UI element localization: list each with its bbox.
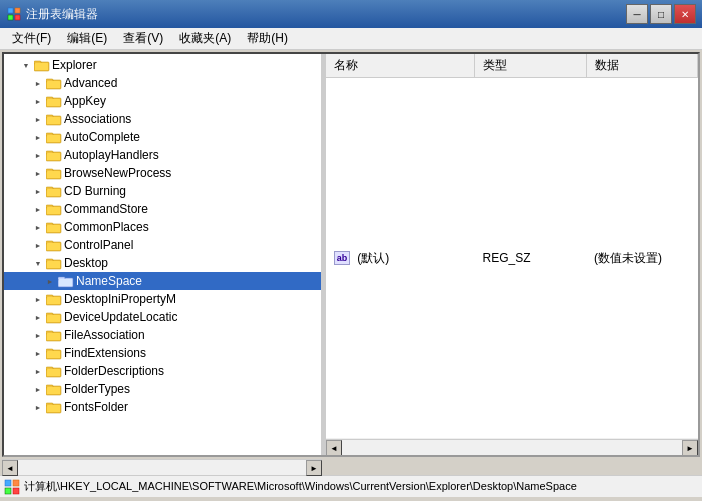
tree-label-autocomplete: AutoComplete bbox=[64, 130, 140, 144]
tree-item-explorer[interactable]: Explorer bbox=[4, 56, 321, 74]
tree-hscroll[interactable]: ◄ ► bbox=[2, 459, 322, 475]
tree-item-folderdescriptions[interactable]: FolderDescriptions bbox=[4, 362, 321, 380]
folder-icon-associations bbox=[46, 112, 62, 126]
tree-hscroll-right[interactable]: ► bbox=[306, 460, 322, 476]
tree-pane[interactable]: Explorer Advanced bbox=[4, 54, 322, 455]
svg-rect-64 bbox=[5, 480, 11, 486]
svg-rect-60 bbox=[47, 387, 60, 394]
tree-item-autocomplete[interactable]: AutoComplete bbox=[4, 128, 321, 146]
expand-autoplayhandlers[interactable] bbox=[32, 149, 44, 161]
tree-label-findextensions: FindExtensions bbox=[64, 346, 146, 360]
expand-cdburning[interactable] bbox=[32, 185, 44, 197]
svg-rect-39 bbox=[47, 261, 60, 268]
folder-icon-desktopinipropertym bbox=[46, 292, 62, 306]
menu-favorites[interactable]: 收藏夹(A) bbox=[171, 28, 239, 49]
expand-browsenewprocess[interactable] bbox=[32, 167, 44, 179]
menu-file[interactable]: 文件(F) bbox=[4, 28, 59, 49]
tree-label-foldertypes: FolderTypes bbox=[64, 382, 130, 396]
svg-rect-9 bbox=[47, 81, 60, 88]
tree-label-explorer: Explorer bbox=[52, 58, 97, 72]
tree-item-appkey[interactable]: AppKey bbox=[4, 92, 321, 110]
expand-fontsfolder[interactable] bbox=[32, 401, 44, 413]
expand-explorer[interactable] bbox=[20, 59, 32, 71]
svg-rect-0 bbox=[8, 8, 13, 13]
minimize-button[interactable]: ─ bbox=[626, 4, 648, 24]
expand-foldertypes[interactable] bbox=[32, 383, 44, 395]
tree-label-fileassociation: FileAssociation bbox=[64, 328, 145, 342]
tree-item-desktop[interactable]: Desktop bbox=[4, 254, 321, 272]
folder-icon-foldertypes bbox=[46, 382, 62, 396]
folder-icon-appkey bbox=[46, 94, 62, 108]
expand-appkey[interactable] bbox=[32, 95, 44, 107]
table-row[interactable]: ab (默认) REG_SZ (数值未设置) bbox=[326, 78, 698, 439]
svg-rect-66 bbox=[5, 488, 11, 494]
tree-label-folderdescriptions: FolderDescriptions bbox=[64, 364, 164, 378]
expand-commonplaces[interactable] bbox=[32, 221, 44, 233]
svg-rect-1 bbox=[15, 8, 20, 13]
tree-label-desktop: Desktop bbox=[64, 256, 108, 270]
tree-label-commandstore: CommandStore bbox=[64, 202, 148, 216]
expand-associations[interactable] bbox=[32, 113, 44, 125]
expand-namespace[interactable] bbox=[44, 275, 56, 287]
cell-name-value: (默认) bbox=[357, 251, 389, 265]
maximize-button[interactable]: □ bbox=[650, 4, 672, 24]
tree-item-commonplaces[interactable]: CommonPlaces bbox=[4, 218, 321, 236]
menu-view[interactable]: 查看(V) bbox=[115, 28, 171, 49]
hscroll-right-btn[interactable]: ► bbox=[682, 440, 698, 455]
tree-item-commandstore[interactable]: CommandStore bbox=[4, 200, 321, 218]
right-hscroll[interactable]: ◄ ► bbox=[326, 439, 698, 455]
expand-commandstore[interactable] bbox=[32, 203, 44, 215]
tree-item-foldertypes[interactable]: FolderTypes bbox=[4, 380, 321, 398]
tree-item-deviceupdatelocatic[interactable]: DeviceUpdateLocatic bbox=[4, 308, 321, 326]
folder-icon-deviceupdatelocatic bbox=[46, 310, 62, 324]
expand-advanced[interactable] bbox=[32, 77, 44, 89]
menu-edit[interactable]: 编辑(E) bbox=[59, 28, 115, 49]
tree-item-findextensions[interactable]: FindExtensions bbox=[4, 344, 321, 362]
tree-label-appkey: AppKey bbox=[64, 94, 106, 108]
cell-name: ab (默认) bbox=[326, 78, 475, 439]
tree-item-associations[interactable]: Associations bbox=[4, 110, 321, 128]
folder-icon-autocomplete bbox=[46, 130, 62, 144]
expand-deviceupdatelocatic[interactable] bbox=[32, 311, 44, 323]
tree-hscroll-left[interactable]: ◄ bbox=[2, 460, 18, 476]
right-pane: 名称 类型 数据 ab (默认) REG_SZ (数值未设置) ◄ bbox=[326, 54, 698, 455]
menu-help[interactable]: 帮助(H) bbox=[239, 28, 296, 49]
expand-desktop[interactable] bbox=[32, 257, 44, 269]
tree-label-desktopinipropertym: DesktopIniPropertyM bbox=[64, 292, 176, 306]
tree-item-cdburning[interactable]: CD Burning bbox=[4, 182, 321, 200]
col-header-type: 类型 bbox=[475, 54, 586, 78]
col-header-data: 数据 bbox=[586, 54, 697, 78]
hscroll-left-btn[interactable]: ◄ bbox=[326, 440, 342, 455]
tree-item-fileassociation[interactable]: FileAssociation bbox=[4, 326, 321, 344]
expand-autocomplete[interactable] bbox=[32, 131, 44, 143]
svg-rect-67 bbox=[13, 488, 19, 494]
expand-findextensions[interactable] bbox=[32, 347, 44, 359]
folder-icon-namespace bbox=[58, 274, 74, 288]
tree-label-controlpanel: ControlPanel bbox=[64, 238, 133, 252]
tree-item-desktopinipropertym[interactable]: DesktopIniPropertyM bbox=[4, 290, 321, 308]
tree-item-autoplayhandlers[interactable]: AutoplayHandlers bbox=[4, 146, 321, 164]
tree-label-deviceupdatelocatic: DeviceUpdateLocatic bbox=[64, 310, 177, 324]
tree-label-autoplayhandlers: AutoplayHandlers bbox=[64, 148, 159, 162]
app-icon bbox=[6, 6, 22, 22]
svg-rect-27 bbox=[47, 189, 60, 196]
cell-data: (数值未设置) bbox=[586, 78, 697, 439]
hscroll-track bbox=[342, 440, 682, 455]
expand-fileassociation[interactable] bbox=[32, 329, 44, 341]
title-text: 注册表编辑器 bbox=[26, 6, 626, 23]
close-button[interactable]: ✕ bbox=[674, 4, 696, 24]
svg-rect-33 bbox=[47, 225, 60, 232]
expand-desktopinipropertym[interactable] bbox=[32, 293, 44, 305]
tree-label-commonplaces: CommonPlaces bbox=[64, 220, 149, 234]
expand-folderdescriptions[interactable] bbox=[32, 365, 44, 377]
tree-item-controlpanel[interactable]: ControlPanel bbox=[4, 236, 321, 254]
tree-item-advanced[interactable]: Advanced bbox=[4, 74, 321, 92]
tree-item-browsenewprocess[interactable]: BrowseNewProcess bbox=[4, 164, 321, 182]
tree-item-fontsfolder[interactable]: FontsFolder bbox=[4, 398, 321, 416]
expand-controlpanel[interactable] bbox=[32, 239, 44, 251]
tree-item-namespace[interactable]: NameSpace bbox=[4, 272, 321, 290]
svg-rect-65 bbox=[13, 480, 19, 486]
tree-label-advanced: Advanced bbox=[64, 76, 117, 90]
svg-rect-12 bbox=[47, 99, 60, 106]
registry-table: 名称 类型 数据 ab (默认) REG_SZ (数值未设置) bbox=[326, 54, 698, 439]
